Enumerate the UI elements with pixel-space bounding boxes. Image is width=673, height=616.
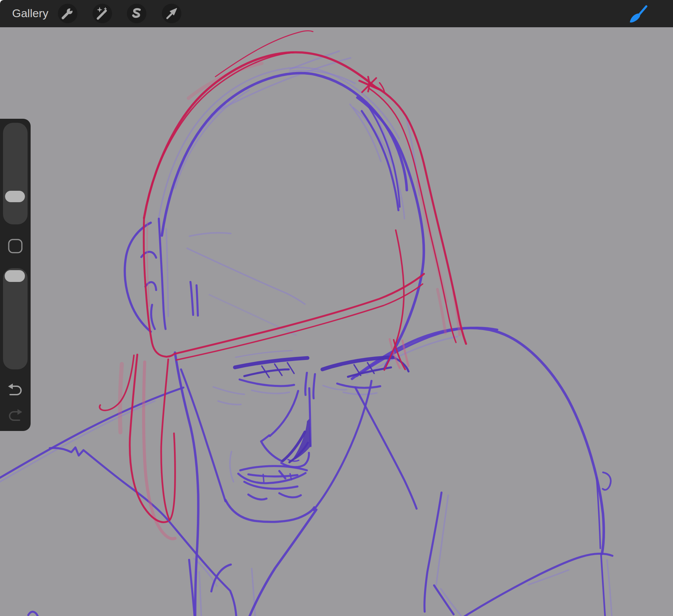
svg-text:Gallery: Gallery — [12, 7, 48, 20]
